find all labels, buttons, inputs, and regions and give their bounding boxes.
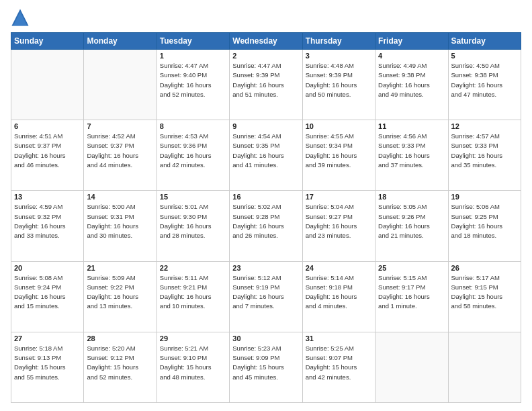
- day-info: Sunrise: 5:04 AM Sunset: 9:27 PM Dayligh…: [306, 202, 372, 240]
- day-number: 27: [14, 334, 81, 342]
- calendar-cell: 21Sunrise: 5:09 AM Sunset: 9:22 PM Dayli…: [84, 261, 157, 332]
- day-info: Sunrise: 4:49 AM Sunset: 9:38 PM Dayligh…: [378, 61, 445, 99]
- day-number: 2: [232, 52, 299, 60]
- day-info: Sunrise: 4:55 AM Sunset: 9:34 PM Dayligh…: [306, 132, 372, 170]
- week-row-0: 1Sunrise: 4:47 AM Sunset: 9:40 PM Daylig…: [11, 50, 521, 120]
- logo-icon: [11, 8, 30, 27]
- day-info: Sunrise: 4:53 AM Sunset: 9:36 PM Dayligh…: [160, 132, 226, 170]
- day-info: Sunrise: 4:57 AM Sunset: 9:33 PM Dayligh…: [451, 132, 518, 170]
- calendar-cell: [11, 50, 84, 120]
- week-row-4: 27Sunrise: 5:18 AM Sunset: 9:13 PM Dayli…: [11, 332, 521, 402]
- calendar-cell: 16Sunrise: 5:02 AM Sunset: 9:28 PM Dayli…: [230, 191, 302, 261]
- col-header-friday: Friday: [375, 33, 448, 50]
- day-number: 18: [378, 193, 445, 201]
- calendar-cell: 15Sunrise: 5:01 AM Sunset: 9:30 PM Dayli…: [157, 191, 229, 261]
- calendar-cell: 5Sunrise: 4:50 AM Sunset: 9:38 PM Daylig…: [448, 50, 521, 120]
- calendar-cell: 26Sunrise: 5:17 AM Sunset: 9:15 PM Dayli…: [448, 261, 521, 332]
- calendar-cell: 20Sunrise: 5:08 AM Sunset: 9:24 PM Dayli…: [11, 261, 84, 332]
- day-info: Sunrise: 5:00 AM Sunset: 9:31 PM Dayligh…: [87, 202, 153, 240]
- day-info: Sunrise: 5:08 AM Sunset: 9:24 PM Dayligh…: [14, 273, 81, 312]
- calendar-cell: 12Sunrise: 4:57 AM Sunset: 9:33 PM Dayli…: [448, 120, 521, 191]
- day-info: Sunrise: 4:47 AM Sunset: 9:40 PM Dayligh…: [160, 61, 226, 99]
- day-number: 30: [232, 334, 299, 342]
- calendar-cell: 9Sunrise: 4:54 AM Sunset: 9:35 PM Daylig…: [230, 120, 302, 191]
- day-number: 26: [451, 264, 518, 272]
- day-info: Sunrise: 5:05 AM Sunset: 9:26 PM Dayligh…: [378, 202, 445, 240]
- calendar-cell: 18Sunrise: 5:05 AM Sunset: 9:26 PM Dayli…: [375, 191, 448, 261]
- day-number: 16: [232, 193, 299, 201]
- day-number: 10: [306, 122, 372, 130]
- day-number: 28: [87, 334, 153, 342]
- col-header-wednesday: Wednesday: [230, 33, 302, 50]
- calendar-cell: 11Sunrise: 4:56 AM Sunset: 9:33 PM Dayli…: [375, 120, 448, 191]
- day-info: Sunrise: 5:25 AM Sunset: 9:07 PM Dayligh…: [306, 344, 372, 382]
- calendar-cell: [375, 332, 448, 402]
- day-number: 22: [160, 264, 226, 272]
- day-info: Sunrise: 4:51 AM Sunset: 9:37 PM Dayligh…: [14, 132, 81, 170]
- calendar-cell: 27Sunrise: 5:18 AM Sunset: 9:13 PM Dayli…: [11, 332, 84, 402]
- day-number: 25: [378, 264, 445, 272]
- day-info: Sunrise: 4:47 AM Sunset: 9:39 PM Dayligh…: [232, 61, 299, 99]
- logo: [11, 8, 32, 27]
- calendar-cell: 19Sunrise: 5:06 AM Sunset: 9:25 PM Dayli…: [448, 191, 521, 261]
- calendar-cell: 17Sunrise: 5:04 AM Sunset: 9:27 PM Dayli…: [302, 191, 375, 261]
- day-number: 11: [378, 122, 445, 130]
- day-number: 21: [87, 264, 153, 272]
- day-info: Sunrise: 5:21 AM Sunset: 9:10 PM Dayligh…: [160, 344, 226, 382]
- day-number: 9: [232, 122, 299, 130]
- day-number: 17: [306, 193, 372, 201]
- day-info: Sunrise: 5:23 AM Sunset: 9:09 PM Dayligh…: [232, 344, 299, 382]
- page: SundayMondayTuesdayWednesdayThursdayFrid…: [0, 0, 532, 411]
- header: [11, 8, 521, 27]
- day-info: Sunrise: 5:18 AM Sunset: 9:13 PM Dayligh…: [14, 344, 81, 382]
- calendar-cell: 1Sunrise: 4:47 AM Sunset: 9:40 PM Daylig…: [157, 50, 229, 120]
- calendar-cell: 25Sunrise: 5:15 AM Sunset: 9:17 PM Dayli…: [375, 261, 448, 332]
- calendar-cell: 7Sunrise: 4:52 AM Sunset: 9:37 PM Daylig…: [84, 120, 157, 191]
- calendar-cell: 14Sunrise: 5:00 AM Sunset: 9:31 PM Dayli…: [84, 191, 157, 261]
- day-number: 12: [451, 122, 518, 130]
- day-info: Sunrise: 4:54 AM Sunset: 9:35 PM Dayligh…: [232, 132, 299, 170]
- day-number: 19: [451, 193, 518, 201]
- day-info: Sunrise: 5:09 AM Sunset: 9:22 PM Dayligh…: [87, 273, 153, 312]
- day-number: 6: [14, 122, 81, 130]
- day-info: Sunrise: 5:15 AM Sunset: 9:17 PM Dayligh…: [378, 273, 445, 312]
- calendar-cell: 22Sunrise: 5:11 AM Sunset: 9:21 PM Dayli…: [157, 261, 229, 332]
- calendar-cell: 3Sunrise: 4:48 AM Sunset: 9:39 PM Daylig…: [302, 50, 375, 120]
- calendar-cell: 8Sunrise: 4:53 AM Sunset: 9:36 PM Daylig…: [157, 120, 229, 191]
- day-number: 3: [306, 52, 372, 60]
- week-row-1: 6Sunrise: 4:51 AM Sunset: 9:37 PM Daylig…: [11, 120, 521, 191]
- day-info: Sunrise: 4:50 AM Sunset: 9:38 PM Dayligh…: [451, 61, 518, 99]
- day-info: Sunrise: 5:11 AM Sunset: 9:21 PM Dayligh…: [160, 273, 226, 312]
- day-info: Sunrise: 5:20 AM Sunset: 9:12 PM Dayligh…: [87, 344, 153, 382]
- week-row-2: 13Sunrise: 4:59 AM Sunset: 9:32 PM Dayli…: [11, 191, 521, 261]
- day-info: Sunrise: 5:06 AM Sunset: 9:25 PM Dayligh…: [451, 202, 518, 240]
- day-number: 29: [160, 334, 226, 342]
- col-header-saturday: Saturday: [448, 33, 521, 50]
- day-info: Sunrise: 4:48 AM Sunset: 9:39 PM Dayligh…: [306, 61, 372, 99]
- day-number: 31: [306, 334, 372, 342]
- day-info: Sunrise: 5:02 AM Sunset: 9:28 PM Dayligh…: [232, 202, 299, 240]
- calendar-cell: 30Sunrise: 5:23 AM Sunset: 9:09 PM Dayli…: [230, 332, 302, 402]
- calendar-cell: 10Sunrise: 4:55 AM Sunset: 9:34 PM Dayli…: [302, 120, 375, 191]
- day-number: 5: [451, 52, 518, 60]
- calendar-cell: [448, 332, 521, 402]
- day-number: 24: [306, 264, 372, 272]
- calendar-cell: 28Sunrise: 5:20 AM Sunset: 9:12 PM Dayli…: [84, 332, 157, 402]
- calendar-cell: 2Sunrise: 4:47 AM Sunset: 9:39 PM Daylig…: [230, 50, 302, 120]
- calendar-cell: 29Sunrise: 5:21 AM Sunset: 9:10 PM Dayli…: [157, 332, 229, 402]
- calendar-cell: 31Sunrise: 5:25 AM Sunset: 9:07 PM Dayli…: [302, 332, 375, 402]
- day-info: Sunrise: 5:01 AM Sunset: 9:30 PM Dayligh…: [160, 202, 226, 240]
- calendar-cell: 13Sunrise: 4:59 AM Sunset: 9:32 PM Dayli…: [11, 191, 84, 261]
- calendar-cell: 24Sunrise: 5:14 AM Sunset: 9:18 PM Dayli…: [302, 261, 375, 332]
- day-info: Sunrise: 4:59 AM Sunset: 9:32 PM Dayligh…: [14, 202, 81, 240]
- day-number: 8: [160, 122, 226, 130]
- calendar-header-row: SundayMondayTuesdayWednesdayThursdayFrid…: [11, 33, 521, 50]
- day-number: 20: [14, 264, 81, 272]
- day-number: 4: [378, 52, 445, 60]
- day-info: Sunrise: 4:56 AM Sunset: 9:33 PM Dayligh…: [378, 132, 445, 170]
- day-number: 15: [160, 193, 226, 201]
- col-header-monday: Monday: [84, 33, 157, 50]
- day-number: 1: [160, 52, 226, 60]
- day-number: 7: [87, 122, 153, 130]
- calendar-table: SundayMondayTuesdayWednesdayThursdayFrid…: [11, 32, 521, 403]
